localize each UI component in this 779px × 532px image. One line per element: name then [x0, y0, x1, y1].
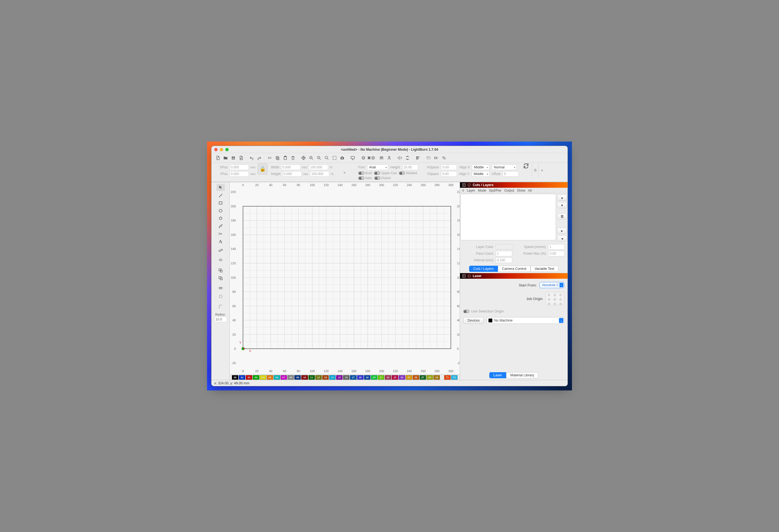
font-select[interactable]: Arial — [367, 165, 388, 170]
layer-color-03[interactable]: 03 — [253, 375, 259, 380]
tab-variable-text[interactable]: Variable Text — [531, 266, 558, 272]
minimize-window-button[interactable] — [220, 148, 223, 151]
width-input[interactable]: 0.000 — [281, 165, 300, 170]
layer-color-01[interactable]: 01 — [239, 375, 245, 380]
canvas[interactable]: YX02040608010012014016018020022024026028… — [230, 182, 460, 374]
height-input[interactable]: 0.000 — [282, 171, 302, 177]
layer-color-02[interactable]: 02 — [246, 375, 252, 380]
layer-color-11[interactable]: 11 — [308, 375, 315, 380]
close-window-button[interactable] — [214, 148, 218, 151]
save-file-button[interactable] — [230, 154, 237, 162]
new-file-button[interactable] — [214, 154, 222, 162]
close-icon[interactable]: × — [462, 183, 466, 187]
layer-color-well[interactable] — [496, 244, 513, 249]
ungroup-button[interactable] — [385, 154, 393, 162]
radius-tool[interactable] — [217, 303, 225, 310]
sync-icon[interactable] — [520, 163, 532, 169]
layer-color-25[interactable]: 25 — [406, 375, 412, 380]
layer-color-24[interactable]: 24 — [399, 375, 405, 380]
offset-shapes-button[interactable] — [440, 154, 447, 162]
italic-toggle[interactable]: Italic — [358, 176, 372, 180]
rectangle-tool[interactable] — [217, 199, 225, 206]
height-pct-input[interactable]: 100.000 — [310, 171, 329, 177]
layer-color-14[interactable]: 14 — [329, 375, 336, 380]
grid-array-tool[interactable] — [217, 285, 225, 292]
power-input[interactable]: 0.00 — [548, 251, 565, 256]
tab-camera-control[interactable]: Camera Control — [498, 266, 531, 272]
layer-color-04[interactable]: 04 — [260, 375, 266, 380]
layer-color-16[interactable]: 16 — [343, 375, 349, 380]
panel-overflow-icon[interactable]: » — [539, 163, 545, 177]
layer-color-21[interactable]: 21 — [378, 375, 384, 380]
camera-icon[interactable] — [339, 154, 346, 162]
device-select[interactable]: No Machine⌄ — [486, 317, 564, 324]
offset-input[interactable]: 0 — [502, 171, 519, 177]
cuts-layers-header[interactable]: × Cuts / Layers — [460, 182, 567, 188]
layer-color-19[interactable]: 19 — [364, 375, 370, 380]
layer-color-T1[interactable]: T1 — [444, 375, 451, 380]
pan-button[interactable] — [300, 154, 307, 162]
layer-color-07[interactable]: 07 — [281, 375, 287, 380]
zoom-in-button[interactable] — [308, 154, 315, 162]
tab-cuts-layers[interactable]: Cuts / Layers — [469, 266, 498, 272]
cuts-col[interactable]: Air — [528, 189, 532, 192]
layer-color-17[interactable]: 17 — [350, 375, 356, 380]
bold-toggle[interactable]: Bold — [358, 171, 372, 175]
copy-button[interactable] — [274, 154, 281, 162]
layer-color-06[interactable]: 06 — [274, 375, 280, 380]
layer-delete-button[interactable]: 🗑 — [557, 213, 567, 219]
paste-button[interactable] — [282, 154, 289, 162]
font-height-input[interactable]: 25.00 — [402, 165, 418, 170]
edit-nodes-tool[interactable] — [217, 223, 225, 230]
start-from-select[interactable]: Absolute C⌄ — [540, 282, 564, 288]
circular-array-tool[interactable] — [217, 293, 225, 300]
layer-color-T2[interactable]: T2 — [451, 375, 458, 380]
curve-select[interactable]: Normal — [492, 165, 517, 170]
select-tool[interactable] — [217, 184, 225, 191]
layer-color-20[interactable]: 20 — [371, 375, 377, 380]
layer-color-05[interactable]: 05 — [267, 375, 273, 380]
cuts-col[interactable]: Output — [504, 189, 514, 192]
layer-color-22[interactable]: 22 — [385, 375, 391, 380]
panel-dock-vertical-icon[interactable]: ⎘ — [532, 163, 539, 177]
cuts-col[interactable]: Show — [517, 189, 525, 192]
cuts-col[interactable]: Layer — [467, 189, 475, 192]
flip-v-button[interactable] — [404, 154, 411, 162]
interval-input[interactable]: 0.100 — [496, 257, 512, 263]
measure-tool[interactable] — [217, 246, 225, 253]
device-settings-button[interactable]: ✖⚙ — [367, 154, 374, 162]
upper-toggle[interactable]: Upper Cas — [374, 171, 397, 175]
pin-icon[interactable] — [468, 184, 471, 186]
more-chevron-icon[interactable]: » — [344, 170, 346, 174]
frame-selection-button[interactable] — [331, 154, 338, 162]
welded-toggle[interactable]: Welded — [399, 171, 417, 175]
pin-icon[interactable] — [468, 275, 471, 277]
xpos-input[interactable]: 0.000 — [229, 165, 249, 170]
tab-material-library[interactable]: Material Library — [506, 372, 538, 378]
delete-button[interactable] — [289, 154, 297, 162]
distort-toggle[interactable]: Distort — [374, 176, 391, 180]
layer-up-button[interactable]: ▴ — [557, 194, 567, 200]
cut-button[interactable]: ✂ — [266, 154, 274, 162]
layer-color-10[interactable]: 10 — [301, 375, 308, 380]
layer-color-18[interactable]: 18 — [357, 375, 363, 380]
layer-left-button[interactable]: ◂ — [557, 235, 567, 241]
edit-cut-tool[interactable]: ✂ — [217, 230, 225, 238]
import-button[interactable] — [237, 154, 245, 162]
use-selection-origin-toggle[interactable]: Use Selection Origin — [463, 309, 564, 313]
polygon-tool[interactable] — [217, 215, 225, 222]
layer-color-09[interactable]: 09 — [294, 375, 301, 380]
offset-tool[interactable] — [217, 256, 225, 263]
layer-color-28[interactable]: 28 — [427, 375, 433, 380]
ypos-input[interactable]: 0.000 — [229, 171, 249, 177]
boolean-subtract-tool[interactable] — [217, 275, 225, 282]
group-button[interactable] — [378, 154, 385, 162]
layer-color-13[interactable]: 13 — [322, 375, 329, 380]
vspace-input[interactable]: 0.00 — [441, 171, 457, 177]
lock-aspect-button[interactable]: 🔒 — [258, 163, 267, 174]
sn239-button[interactable] — [425, 154, 432, 162]
settings-button[interactable]: ⚙ — [360, 154, 367, 162]
layer-color-27[interactable]: 27 — [420, 375, 426, 380]
radius-input[interactable]: 10.0 — [214, 316, 227, 322]
laser-header[interactable]: × Laser — [460, 273, 567, 279]
